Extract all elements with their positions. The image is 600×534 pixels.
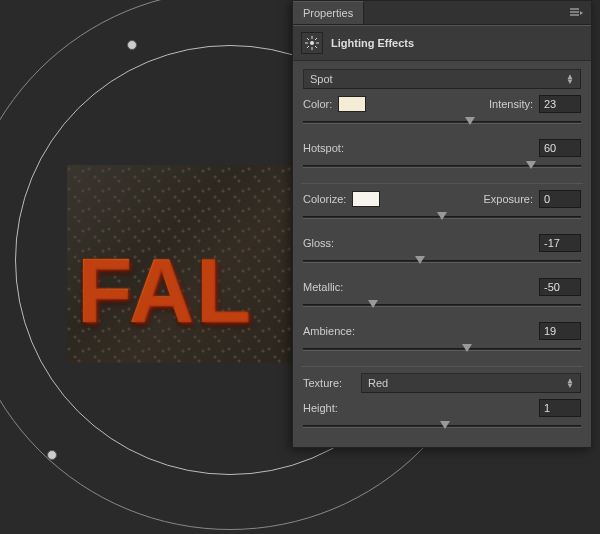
svg-line-7 (315, 38, 317, 40)
hotspot-input[interactable]: 60 (539, 139, 581, 157)
panel-title: Lighting Effects (331, 37, 414, 49)
intensity-label: Intensity: (489, 98, 533, 110)
light-ellipse-handle-top[interactable] (127, 40, 137, 50)
ambience-slider[interactable] (303, 342, 581, 356)
svg-line-8 (307, 46, 309, 48)
canvas-text: FAL (77, 240, 253, 343)
document-canvas[interactable]: FAL (67, 165, 297, 363)
light-ellipse-handle-bottom[interactable] (47, 450, 57, 460)
svg-line-5 (307, 38, 309, 40)
height-input[interactable]: 1 (539, 399, 581, 417)
exposure-label: Exposure: (483, 193, 533, 205)
light-type-select[interactable]: Spot ▲▼ (303, 69, 581, 89)
lighting-effects-icon (301, 32, 323, 54)
colorize-swatch[interactable] (352, 191, 380, 207)
hotspot-slider-thumb[interactable] (526, 161, 536, 169)
texture-label: Texture: (303, 377, 355, 389)
texture-selected: Red (368, 377, 388, 389)
panel-flyout-menu-button[interactable] (561, 4, 591, 22)
height-slider[interactable] (303, 419, 581, 433)
exposure-slider-thumb[interactable] (437, 212, 447, 220)
select-arrows-icon: ▲▼ (566, 378, 574, 388)
panel-tab-bar: Properties (293, 1, 591, 25)
metallic-label: Metallic: (303, 281, 343, 293)
divider (301, 183, 583, 184)
hotspot-slider[interactable] (303, 159, 581, 173)
hotspot-label: Hotspot: (303, 142, 344, 154)
properties-panel: Properties Lighting Effects Spot ▲▼ Colo… (292, 0, 592, 448)
intensity-slider-thumb[interactable] (465, 117, 475, 125)
metallic-slider[interactable] (303, 298, 581, 312)
ambience-input[interactable]: 19 (539, 322, 581, 340)
divider (301, 366, 583, 367)
ambience-slider-thumb[interactable] (462, 344, 472, 352)
svg-point-0 (310, 41, 314, 45)
gloss-input[interactable]: -17 (539, 234, 581, 252)
tab-properties[interactable]: Properties (293, 1, 364, 24)
gloss-label: Gloss: (303, 237, 334, 249)
select-arrows-icon: ▲▼ (566, 74, 574, 84)
color-label: Color: (303, 98, 332, 110)
panel-body: Spot ▲▼ Color: Intensity: 23 Hotspot: 60 (293, 61, 591, 447)
metallic-slider-thumb[interactable] (368, 300, 378, 308)
exposure-input[interactable]: 0 (539, 190, 581, 208)
light-type-selected: Spot (310, 73, 333, 85)
height-slider-thumb[interactable] (440, 421, 450, 429)
height-label: Height: (303, 402, 338, 414)
ambience-label: Ambience: (303, 325, 355, 337)
colorize-label: Colorize: (303, 193, 346, 205)
metallic-input[interactable]: -50 (539, 278, 581, 296)
panel-header: Lighting Effects (293, 25, 591, 61)
intensity-slider[interactable] (303, 115, 581, 129)
intensity-input[interactable]: 23 (539, 95, 581, 113)
gloss-slider-thumb[interactable] (415, 256, 425, 264)
gloss-slider[interactable] (303, 254, 581, 268)
svg-line-6 (315, 46, 317, 48)
color-swatch[interactable] (338, 96, 366, 112)
exposure-slider[interactable] (303, 210, 581, 224)
texture-select[interactable]: Red ▲▼ (361, 373, 581, 393)
